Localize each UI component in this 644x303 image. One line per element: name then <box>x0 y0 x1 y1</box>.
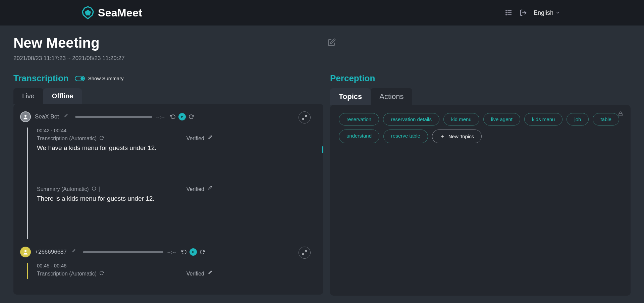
topic-chip[interactable]: kids menu <box>524 113 562 125</box>
audio-controls <box>181 248 205 256</box>
topic-chip[interactable]: live agent <box>483 113 520 125</box>
lock-icon[interactable] <box>618 111 623 118</box>
rewind-icon[interactable] <box>181 249 187 255</box>
segment-time-range: 00:45 - 00:46 <box>37 263 317 268</box>
verified-badge: Verified <box>186 135 212 142</box>
perception-tabs: Topics Actions <box>330 88 631 105</box>
divider-icon <box>107 136 107 141</box>
edit-icon[interactable] <box>207 135 212 142</box>
perception-header: Perception <box>330 73 631 84</box>
play-button[interactable] <box>178 113 186 120</box>
topic-chip[interactable]: understand <box>339 130 379 143</box>
entry-header: SeaX Bot --:-- <box>20 111 317 122</box>
title-row: New Meeting <box>13 35 631 51</box>
svg-point-4 <box>506 10 506 11</box>
verified-badge: Verified <box>186 186 212 192</box>
summary-row: Summary (Automatic) Verified <box>37 186 212 192</box>
plus-icon: ＋ <box>440 133 445 140</box>
transcription-panel: SeaX Bot --:-- 00:42 - 00:44 <box>13 104 323 295</box>
avatar <box>20 111 31 122</box>
transcription-row: Transcription (Automatic) Verified <box>37 270 212 277</box>
transcription-tabs: Live Offline <box>13 88 323 104</box>
refresh-icon[interactable] <box>99 136 104 142</box>
refresh-icon[interactable] <box>92 186 96 192</box>
topic-chip[interactable]: reserve table <box>383 130 428 143</box>
edit-title-icon[interactable] <box>328 38 336 48</box>
scroll-marker <box>322 146 323 153</box>
tab-live[interactable]: Live <box>13 88 43 104</box>
transcription-text: We have a kids menu for guests under 12. <box>37 144 317 152</box>
transcription-row: Transcription (Automatic) Verified <box>37 135 212 142</box>
transcription-label: Transcription (Automatic) <box>37 271 107 277</box>
tab-actions[interactable]: Actions <box>371 88 412 105</box>
edit-speaker-icon[interactable] <box>63 114 68 120</box>
expand-icon[interactable] <box>299 111 311 123</box>
page-title: New Meeting <box>13 35 100 51</box>
track-time: --:-- <box>156 114 165 119</box>
logout-icon[interactable] <box>520 9 527 16</box>
tab-topics[interactable]: Topics <box>330 88 371 105</box>
logo[interactable]: SeaMeet <box>80 5 142 20</box>
divider-icon <box>99 187 100 192</box>
perception-panel: reservation reservation details kid menu… <box>330 105 631 296</box>
verified-badge: Verified <box>186 270 212 277</box>
new-topics-button[interactable]: ＋ New Topics <box>432 130 482 143</box>
svg-point-6 <box>506 14 506 15</box>
audio-track[interactable] <box>75 116 152 118</box>
entry-header: +266696687 --:-- <box>20 247 317 257</box>
topbar: SeaMeet English <box>0 0 644 26</box>
logo-text: SeaMeet <box>98 7 142 19</box>
transcription-column: Transcription Show Summary Live Offline <box>13 73 323 296</box>
svg-marker-9 <box>181 116 183 118</box>
divider-icon <box>107 271 107 276</box>
topic-chip[interactable]: reservation details <box>383 113 439 125</box>
transcription-header: Transcription Show Summary <box>13 73 323 84</box>
entry-body: 00:45 - 00:46 Transcription (Automatic) … <box>27 263 317 279</box>
rewind-icon[interactable] <box>170 114 176 119</box>
refresh-icon[interactable] <box>99 271 104 277</box>
play-button[interactable] <box>190 248 197 256</box>
svg-marker-0 <box>85 10 91 15</box>
meeting-time-range: 2021/08/23 11:17:23 ~ 2021/08/23 11:20:2… <box>13 55 631 62</box>
show-summary-toggle[interactable]: Show Summary <box>75 75 124 81</box>
speaker-name: SeaX Bot <box>35 113 59 120</box>
perception-title: Perception <box>330 73 375 84</box>
svg-marker-11 <box>192 251 194 253</box>
speaker-name: +266696687 <box>35 249 67 255</box>
list-icon[interactable] <box>505 9 513 17</box>
topics-chips: reservation reservation details kid menu… <box>337 111 624 145</box>
forward-icon[interactable] <box>189 114 194 119</box>
tab-offline[interactable]: Offline <box>43 88 82 104</box>
forward-icon[interactable] <box>200 249 205 255</box>
topic-chip[interactable]: reservation <box>339 113 379 125</box>
perception-column: Perception Topics Actions reservation re… <box>330 73 631 296</box>
audio-track[interactable] <box>83 251 163 253</box>
topbar-right: English <box>505 9 560 17</box>
entry-body: 00:42 - 00:44 Transcription (Automatic) … <box>27 128 317 239</box>
language-label: English <box>534 9 553 16</box>
topic-chip[interactable]: table <box>593 113 619 125</box>
svg-point-5 <box>506 12 506 13</box>
toggle-track <box>75 76 85 81</box>
transcript-entry: +266696687 --:-- 00:45 - 00:4 <box>20 247 317 279</box>
avatar <box>20 247 31 257</box>
chevron-down-icon <box>555 10 560 15</box>
page-content: New Meeting 2021/08/23 11:17:23 ~ 2021/0… <box>0 26 644 296</box>
transcript-entry: SeaX Bot --:-- 00:42 - 00:44 <box>20 111 317 239</box>
transcription-label: Transcription (Automatic) <box>37 136 107 142</box>
topic-chip[interactable]: job <box>567 113 589 125</box>
svg-rect-12 <box>619 113 623 116</box>
track-time: --:-- <box>167 250 176 255</box>
topic-chip[interactable]: kid menu <box>443 113 479 125</box>
edit-icon[interactable] <box>207 270 212 277</box>
expand-icon[interactable] <box>299 247 311 259</box>
svg-point-10 <box>24 250 26 252</box>
segment-time-range: 00:42 - 00:44 <box>37 128 317 133</box>
summary-text: There is a kids menu for guests under 12… <box>37 195 317 202</box>
edit-icon[interactable] <box>207 186 212 192</box>
edit-speaker-icon[interactable] <box>71 249 75 255</box>
logo-mark-icon <box>80 5 95 20</box>
language-selector[interactable]: English <box>534 9 560 16</box>
transcription-title: Transcription <box>13 73 69 84</box>
toggle-label: Show Summary <box>88 75 124 81</box>
